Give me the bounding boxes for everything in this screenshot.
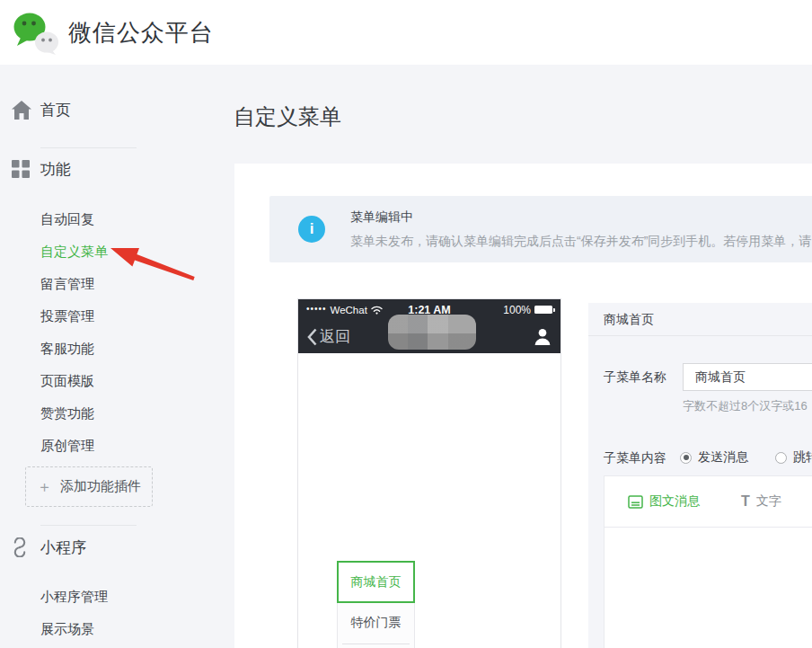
sidebar-item-customer-service[interactable]: 客服功能 bbox=[40, 341, 94, 358]
sidebar-item-miniprogram-manage[interactable]: 小程序管理 bbox=[40, 589, 108, 606]
back-button: 返回 bbox=[307, 326, 350, 347]
phone-header: ••••• WeChat 1:21 AM 100% bbox=[298, 299, 560, 353]
sidebar-item-page-template[interactable]: 页面模版 bbox=[40, 373, 94, 390]
rich-media-icon bbox=[628, 495, 643, 509]
sidebar-item-auto-reply[interactable]: 自动回复 bbox=[40, 211, 94, 228]
plus-icon: ＋ bbox=[37, 479, 52, 494]
sidebar-item-display-scene[interactable]: 展示场景 bbox=[40, 621, 94, 638]
banner-title: 菜单编辑中 bbox=[350, 209, 413, 226]
radio-send-message[interactable]: 发送消息 bbox=[680, 449, 748, 466]
home-icon bbox=[12, 101, 31, 120]
top-header: 微信公众平台 bbox=[0, 0, 812, 65]
chevron-left-icon bbox=[307, 328, 317, 346]
panel-divider bbox=[588, 335, 812, 336]
platform-title: 微信公众平台 bbox=[68, 17, 214, 49]
submenu-name-label: 子菜单名称 bbox=[604, 369, 666, 386]
text-icon: T bbox=[741, 494, 750, 509]
wechat-logo-icon bbox=[11, 10, 59, 55]
submenu-name-input[interactable] bbox=[683, 363, 812, 391]
blurred-account-name bbox=[388, 315, 476, 350]
phone-preview: ••••• WeChat 1:21 AM 100% bbox=[297, 298, 561, 648]
sidebar-item-message-manage[interactable]: 留言管理 bbox=[40, 276, 94, 293]
tab-text[interactable]: T 文字 bbox=[741, 493, 781, 510]
submenu-item[interactable]: 特价门票 bbox=[337, 603, 415, 648]
sidebar-item-custom-menu[interactable]: 自定义菜单 bbox=[40, 244, 108, 261]
add-plugin-button[interactable]: ＋ 添加功能插件 bbox=[25, 466, 153, 507]
info-icon: i bbox=[298, 216, 325, 243]
submenu-content-label: 子菜单内容 bbox=[604, 450, 666, 466]
sidebar-item-original-manage[interactable]: 原创管理 bbox=[40, 438, 94, 455]
sidebar-item-vote-manage[interactable]: 投票管理 bbox=[40, 308, 94, 325]
battery-percent: 100% bbox=[503, 304, 531, 316]
tab-rich-media[interactable]: 图文消息 bbox=[628, 493, 700, 510]
radio-jump[interactable]: 跳转 bbox=[775, 449, 812, 466]
content-tabs: 图文消息 T 文字 bbox=[605, 476, 812, 528]
banner-message: 菜单未发布，请确认菜单编辑完成后点击“保存并发布”同步到手机。若停用菜单，请 bbox=[350, 234, 811, 250]
submenu-item-selected[interactable]: 商城首页 bbox=[337, 561, 415, 603]
popup-divider bbox=[342, 644, 410, 644]
person-icon bbox=[534, 328, 552, 345]
info-banner: i 菜单编辑中 菜单未发布，请确认菜单编辑完成后点击“保存并发布”同步到手机。若… bbox=[269, 196, 812, 262]
miniprogram-icon bbox=[10, 537, 30, 557]
sidebar-item-reward[interactable]: 赞赏功能 bbox=[40, 405, 94, 422]
radio-icon bbox=[680, 452, 692, 464]
message-content-box: 图文消息 T 文字 bbox=[604, 475, 812, 648]
wechat-mp-platform: 微信公众平台 首页 功能 自动回复 自定义菜单 留言管理 投票管理 客服功能 页… bbox=[0, 0, 812, 648]
sidebar-divider bbox=[40, 147, 137, 148]
submenu-popup: 商城首页 特价门票 bbox=[337, 561, 415, 648]
grid-icon bbox=[12, 160, 31, 178]
sidebar-divider bbox=[40, 525, 137, 526]
page-title: 自定义菜单 bbox=[234, 102, 341, 131]
radio-icon bbox=[775, 452, 787, 464]
phone-nav-bar: 返回 bbox=[298, 320, 560, 353]
submenu-edit-panel: 商城首页 子菜单名称 字数不超过8个汉字或16 子菜单内容 发送消息 跳转 bbox=[588, 303, 812, 648]
sidebar: 首页 功能 自动回复 自定义菜单 留言管理 投票管理 客服功能 页面模版 赞赏功… bbox=[0, 65, 234, 648]
brand-link[interactable]: 微信公众平台 bbox=[11, 10, 214, 55]
content-type-radios: 发送消息 跳转 bbox=[680, 449, 812, 466]
panel-title: 商城首页 bbox=[604, 312, 654, 328]
battery-icon bbox=[534, 306, 552, 314]
submenu-name-hint: 字数不超过8个汉字或16 bbox=[683, 398, 808, 414]
menu-editor-card: i 菜单编辑中 菜单未发布，请确认菜单编辑完成后点击“保存并发布”同步到手机。若… bbox=[234, 164, 812, 648]
